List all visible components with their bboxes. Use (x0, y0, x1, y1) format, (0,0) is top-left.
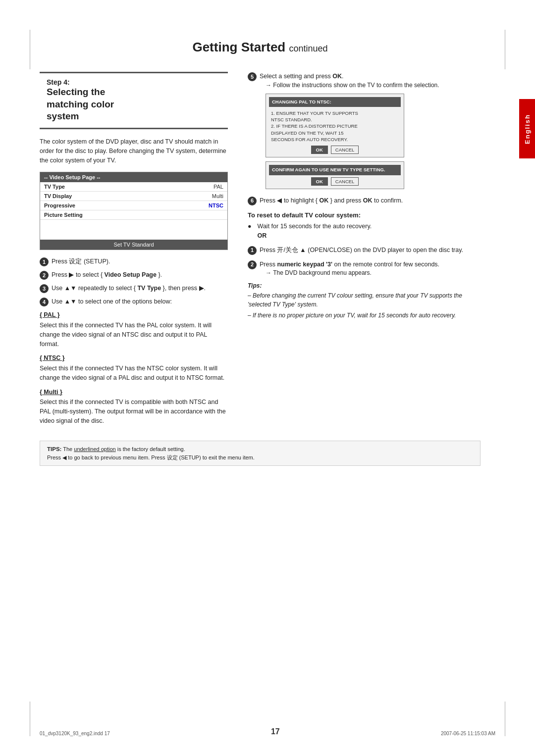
option-pal-title: { PAL } (40, 310, 228, 320)
tips-italic-section: Tips: – Before changing the current TV c… (248, 282, 481, 320)
tips-box-line1-prefix: The (63, 446, 74, 452)
left-column: Step 4: Selecting thematching colorsyste… (40, 72, 228, 431)
tv-box1-buttons: OK CANCEL (269, 146, 401, 154)
step-text-4: Use ▲▼ to select one of the options belo… (52, 297, 228, 306)
tv-box2-ok-button[interactable]: OK (311, 177, 328, 186)
left-step-list: 1 Press 设定 (SETUP). 2 Press ▶ to select … (40, 257, 228, 306)
tips-box-label: TIPS: (47, 446, 61, 452)
main-content: Getting Started continued Step 4: Select… (0, 0, 535, 496)
reset-step2-arrow: The DVD background menu appears. (266, 269, 481, 277)
reset-section: To reset to default TV colour system: ● … (248, 210, 481, 278)
title-text: Getting Started (192, 40, 285, 54)
tv-box1-header: CHANGING PAL TO NTSC: (269, 97, 401, 107)
footer: 01_dvp3120K_93_eng2.indd 17 17 2007-06-2… (40, 727, 495, 736)
tips-italic-line1: – Before changing the current TV colour … (248, 291, 481, 309)
step-label: Step 4: (47, 78, 221, 86)
top-line-right (505, 30, 505, 69)
option-pal-body: Select this if the connected TV has the … (40, 321, 228, 349)
right-column: 5 Select a setting and press OK. Follow … (248, 72, 481, 320)
reset-step-text-2: Press numeric keypad '3' on the remote c… (260, 260, 481, 278)
bottom-line-left (30, 702, 30, 736)
table-row: TV Type PAL (40, 182, 227, 192)
table-row: Picture Setting (40, 210, 227, 220)
table-header: -- Video Setup Page -- (40, 172, 227, 182)
two-column-layout: Step 4: Selecting thematching colorsyste… (40, 72, 481, 431)
table-footer: Set TV Standard (40, 240, 227, 250)
step-number-5: 5 (248, 72, 257, 81)
step-number-6: 6 (248, 197, 257, 205)
title-continued: continued (289, 44, 327, 53)
tips-italic-label: Tips: (248, 282, 481, 289)
option-multi-title: { Multi } (40, 388, 228, 397)
option-multi-body: Select this if the connected TV is compa… (40, 398, 228, 425)
english-label: English (524, 114, 531, 144)
step-text-2: Press ▶ to select { Video Setup Page }. (52, 270, 228, 280)
step-text-5: Select a setting and press OK. Follow th… (260, 72, 481, 191)
tips-italic-line2: – If there is no proper picture on your … (248, 311, 481, 320)
step-number-1: 1 (40, 257, 49, 266)
table-row: TV Display Multi (40, 192, 227, 201)
tv-box2-header: CONFIRM AGAIN TO USE NEW TV TYPE SETTING… (269, 165, 401, 175)
table-row: Progressive NTSC (40, 201, 227, 210)
tips-box-line1-suffix: is the factory default setting. (116, 446, 185, 452)
page-title: Getting Started continued (40, 40, 481, 57)
video-setup-table: -- Video Setup Page -- TV Type PAL TV Di… (40, 172, 228, 250)
reset-step-2: 2 Press numeric keypad '3' on the remote… (248, 260, 481, 278)
step-number-2: 2 (40, 271, 49, 280)
top-line-left (30, 30, 30, 69)
tv-box2-buttons: OK CANCEL (269, 177, 401, 186)
step-text-3: Use ▲▼ repeatedly to select { TV Type },… (52, 284, 228, 293)
reset-step-text-1: Press 开/关仓 ▲ (OPEN/CLOSE) on the DVD pla… (260, 246, 481, 255)
english-tab: English (519, 99, 535, 158)
right-step-5: 5 Select a setting and press OK. Follow … (248, 72, 481, 191)
step-number-4: 4 (40, 298, 49, 306)
footer-date: 2007-06-25 11:15:03 AM (441, 731, 495, 736)
option-ntsc-title: { NTSC } (40, 353, 228, 363)
step-title: Selecting thematching colorsystem (47, 86, 221, 123)
tv-display-box-1: CHANGING PAL TO NTSC: 1. ENSURE THAT YOU… (266, 94, 404, 158)
step-number-3: 3 (40, 284, 49, 293)
step-item-4: 4 Use ▲▼ to select one of the options be… (40, 297, 228, 306)
page-number: 17 (271, 727, 280, 736)
tv-display-box-2: CONFIRM AGAIN TO USE NEW TV TYPE SETTING… (266, 161, 404, 189)
tips-box-underlined: underlined option (74, 446, 115, 452)
bottom-line-right (505, 702, 505, 736)
page-container: English Getting Started continued Step 4… (0, 0, 535, 756)
reset-wait-item: ● Wait for 15 seconds for the auto recov… (248, 222, 481, 241)
right-step-6: 6 Press ◀ to highlight { OK } and press … (248, 196, 481, 205)
tv-box1-body: 1. ENSURE THAT YOUR TV SUPPORTS NTSC STA… (269, 109, 401, 144)
step-item-1: 1 Press 设定 (SETUP). (40, 257, 228, 266)
step-item-2: 2 Press ▶ to select { Video Setup Page }… (40, 270, 228, 280)
option-multi: { Multi } Select this if the connected T… (40, 388, 228, 426)
reset-step-num-2: 2 (248, 260, 257, 269)
tips-box-line2: Press ◀ to go back to previous menu item… (47, 454, 255, 460)
step-text-1: Press 设定 (SETUP). (52, 257, 228, 266)
step-text-6: Press ◀ to highlight { OK } and press OK… (260, 196, 481, 205)
option-pal: { PAL } Select this if the connected TV … (40, 310, 228, 349)
option-ntsc-body: Select this if the connected TV has the … (40, 364, 228, 383)
reset-wait-text: Wait for 15 seconds for the auto recover… (258, 222, 372, 241)
reset-step-num-1: 1 (248, 246, 257, 255)
tips-box: TIPS: The underlined option is the facto… (40, 441, 481, 466)
step5-arrow: Follow the instructions show on the TV t… (266, 81, 481, 90)
tv-box1-cancel-button[interactable]: CANCEL (331, 146, 359, 154)
footer-file: 01_dvp3120K_93_eng2.indd 17 (40, 731, 110, 736)
reset-step-1: 1 Press 开/关仓 ▲ (OPEN/CLOSE) on the DVD p… (248, 246, 481, 255)
option-ntsc: { NTSC } Select this if the connected TV… (40, 353, 228, 382)
reset-heading: To reset to default TV colour system: (248, 210, 481, 220)
tv-box2-cancel-button[interactable]: CANCEL (331, 177, 359, 186)
step-item-3: 3 Use ▲▼ repeatedly to select { TV Type … (40, 284, 228, 293)
tv-box1-ok-button[interactable]: OK (311, 146, 328, 154)
step-heading: Step 4: Selecting thematching colorsyste… (40, 72, 228, 129)
intro-paragraph: The color system of the DVD player, disc… (40, 137, 228, 165)
